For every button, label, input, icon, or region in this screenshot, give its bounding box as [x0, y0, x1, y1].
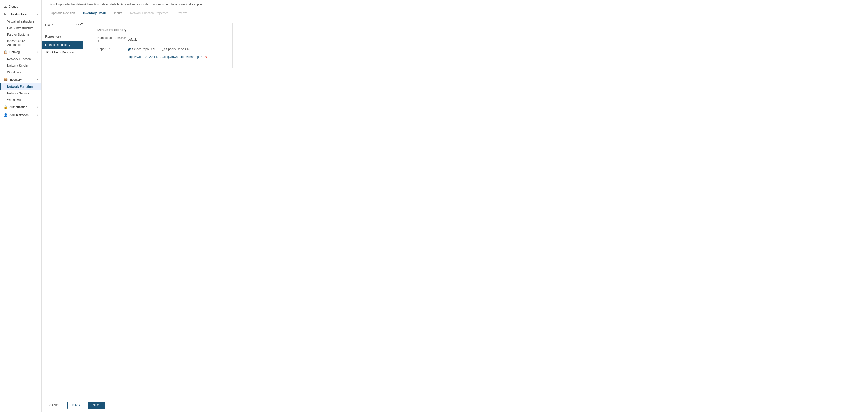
- cloud-value: tcsa2201patchtesting: [75, 23, 84, 26]
- tabs-bar: Upgrade Revision Inventory Detail Inputs…: [47, 10, 863, 17]
- chevron-down-icon: ▾: [37, 13, 38, 16]
- namespace-label: Namespace (Optional) ℹ: [97, 36, 128, 43]
- sidebar-sub-item-inventory-workflows[interactable]: Workflows: [0, 97, 41, 103]
- sidebar: ☁ Clouds 🏗 Infrastructure ▾ Virtual Infr…: [0, 0, 42, 412]
- repo-url-group: Repo URL Select Repo URL Specify Repo UR…: [97, 47, 226, 59]
- clouds-icon: ☁: [4, 5, 7, 8]
- chevron-right-icon-admin: ›: [37, 114, 38, 116]
- back-button[interactable]: BACK: [67, 402, 86, 409]
- sidebar-sub-item-catalog-nf[interactable]: Network Function: [0, 56, 41, 62]
- upload-icon: ↑: [79, 51, 80, 54]
- chevron-down-icon-catalog: ▾: [37, 51, 38, 53]
- tab-review: Review: [173, 10, 191, 17]
- sidebar-sub-item-inventory-nf[interactable]: Network Function: [0, 84, 41, 90]
- repo-box: Default Repository Namespace (Optional) …: [91, 23, 232, 68]
- sidebar-item-administration[interactable]: 👤 Administration ›: [0, 111, 41, 119]
- content-area: Cloud tcsa2201patchtesting Repository De…: [42, 18, 868, 399]
- sidebar-item-infrastructure[interactable]: 🏗 Infrastructure ▾: [0, 10, 41, 18]
- repo-url-link: https://wdc-10-220-142-30.eng.vmware.com…: [128, 55, 207, 59]
- authorization-icon: 🔒: [4, 105, 8, 109]
- namespace-group: Namespace (Optional) ℹ: [97, 36, 226, 43]
- chevron-right-icon-auth: ›: [37, 106, 38, 109]
- top-description: This will upgrade the Network Function c…: [47, 3, 863, 8]
- namespace-info-icon[interactable]: ℹ: [98, 40, 99, 43]
- external-link-icon[interactable]: ↗: [200, 55, 203, 59]
- tab-inventory-detail[interactable]: Inventory Detail: [79, 10, 110, 17]
- cloud-label: Cloud: [45, 23, 75, 27]
- tab-nf-properties: Network Function Properties: [126, 10, 173, 17]
- tab-inputs[interactable]: Inputs: [110, 10, 126, 17]
- left-panel: Cloud tcsa2201patchtesting Repository De…: [42, 18, 84, 399]
- sidebar-sub-item-virtual-infrastructure[interactable]: Virtual Infrastructure: [0, 18, 41, 25]
- repo-url-value[interactable]: https://wdc-10-220-142-30.eng.vmware.com…: [128, 55, 199, 59]
- repository-section-heading: Repository: [42, 33, 83, 41]
- left-panel-item-tcsa-helm[interactable]: TCSA Helm Reposito... ↑: [42, 49, 83, 56]
- sidebar-sub-item-catalog-ns[interactable]: Network Service: [0, 62, 41, 69]
- sidebar-sub-item-catalog-workflows[interactable]: Workflows: [0, 69, 41, 76]
- infrastructure-icon: 🏗: [4, 12, 7, 16]
- sidebar-sub-item-infra-automation[interactable]: Infrastructure Automation: [0, 38, 41, 48]
- left-panel-item-default-repo[interactable]: Default Repository: [42, 41, 83, 49]
- radio-specify-repo-url[interactable]: Specify Repo URL: [161, 47, 192, 51]
- repo-url-label: Repo URL: [97, 47, 128, 51]
- catalog-icon: 📋: [4, 50, 8, 54]
- radio-select-input[interactable]: [128, 48, 131, 51]
- sidebar-item-inventory[interactable]: 📦 Inventory ▾: [0, 76, 41, 84]
- top-info-bar: This will upgrade the Network Function c…: [42, 0, 868, 18]
- tab-upgrade-revision[interactable]: Upgrade Revision: [47, 10, 79, 17]
- next-button[interactable]: NEXT: [88, 402, 105, 409]
- main-content: This will upgrade the Network Function c…: [42, 0, 868, 412]
- cancel-button[interactable]: CANCEL: [47, 402, 65, 409]
- inventory-icon: 📦: [4, 78, 8, 82]
- chevron-down-icon-inventory: ▾: [37, 78, 38, 81]
- close-repo-url-icon[interactable]: ✕: [204, 55, 207, 59]
- sidebar-sub-item-partner-systems[interactable]: Partner Systems: [0, 31, 41, 38]
- radio-specify-input[interactable]: [161, 48, 165, 51]
- form-area: Default Repository Namespace (Optional) …: [84, 18, 868, 399]
- sidebar-item-authorization[interactable]: 🔒 Authorization ›: [0, 103, 41, 111]
- radio-group: Select Repo URL Specify Repo URL: [128, 47, 192, 51]
- sidebar-item-clouds[interactable]: ☁ Clouds: [0, 3, 41, 10]
- administration-icon: 👤: [4, 113, 8, 117]
- bottom-bar: CANCEL BACK NEXT: [42, 399, 868, 412]
- repo-box-title: Default Repository: [97, 28, 226, 32]
- namespace-input[interactable]: [128, 37, 178, 42]
- radio-select-repo-url[interactable]: Select Repo URL: [128, 47, 158, 51]
- sidebar-sub-item-inventory-ns[interactable]: Network Service: [0, 90, 41, 97]
- sidebar-sub-item-caas-infrastructure[interactable]: CaaS Infrastructure: [0, 25, 41, 31]
- sidebar-item-catalog[interactable]: 📋 Catalog ▾: [0, 48, 41, 56]
